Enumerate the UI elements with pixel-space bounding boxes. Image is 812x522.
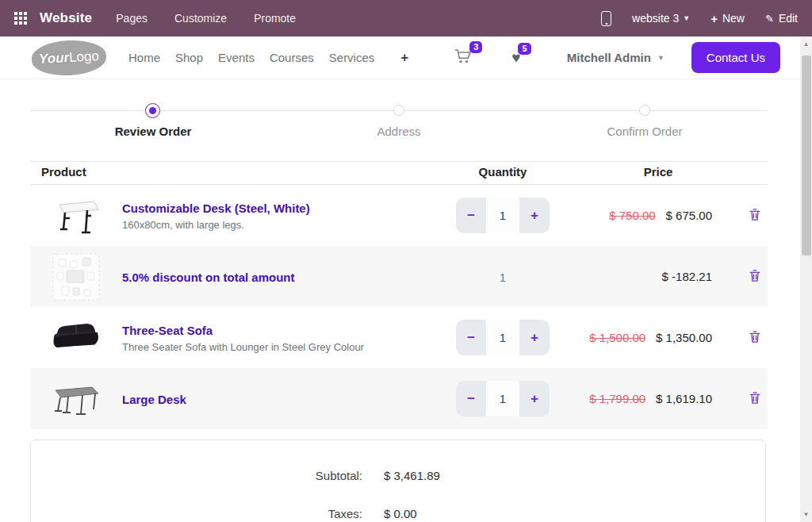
product-thumbnail[interactable] [50, 252, 102, 301]
step-confirm-order[interactable]: Confirm Order [565, 125, 724, 138]
scroll-up-arrow[interactable]: ▲ [800, 40, 812, 48]
quantity-decrease-button[interactable]: − [456, 320, 486, 355]
quantity-stepper: − 1 + [456, 198, 550, 233]
cart-row: Large Desk − 1 + $ 1,799.00$ 1,619.10 [30, 368, 768, 429]
site-nav-links: Home Shop Events Courses Services + [128, 50, 408, 66]
column-header-product: Product [41, 165, 86, 178]
original-price: $ 1,500.00 [589, 331, 645, 344]
remove-item-button[interactable] [748, 267, 762, 286]
plus-icon: + [710, 12, 718, 25]
product-thumbnail[interactable] [50, 191, 102, 240]
cart-button[interactable]: 3 [454, 48, 472, 67]
column-header-quantity: Quantity [423, 165, 582, 178]
product-description: 160x80cm, with large legs. [122, 218, 310, 230]
trash-icon [749, 269, 760, 282]
cart-row: 5.0% discount on total amount 1 $ -182.2… [30, 246, 768, 307]
cart-rows: Customizable Desk (Steel, White) 160x80c… [30, 185, 768, 429]
new-button[interactable]: +New [710, 12, 745, 25]
wishlist-count-badge: 5 [518, 43, 530, 55]
wishlist-button[interactable]: ♥ 5 [511, 50, 520, 66]
pencil-icon: ✎ [765, 13, 774, 25]
cart-row: Three-Seat Sofa Three Seater Sofa with L… [30, 307, 768, 368]
quantity-increase-button[interactable]: + [519, 320, 550, 355]
nav-services[interactable]: Services [329, 51, 375, 64]
chevron-down-icon: ▼ [657, 54, 665, 62]
add-page-icon[interactable]: + [400, 50, 408, 66]
order-summary-box: Subtotal: $ 3,461.89 Taxes: $ 0.00 [30, 439, 766, 522]
edit-button[interactable]: ✎Edit [765, 12, 798, 25]
unit-price: $ 1,350.00 [656, 331, 712, 344]
product-description: Three Seater Sofa with Lounger in Steel … [122, 340, 364, 352]
taxes-value: $ 0.00 [384, 507, 417, 520]
menu-pages[interactable]: Pages [116, 12, 147, 25]
admin-topbar: Website Pages Customize Promote website … [0, 0, 812, 36]
quantity-increase-button[interactable]: + [519, 198, 550, 233]
quantity-stepper: − 1 + [456, 381, 550, 416]
subtotal-value: $ 3,461.89 [384, 469, 440, 482]
nav-home[interactable]: Home [128, 51, 160, 64]
app-title: Website [40, 10, 92, 26]
step-address[interactable]: Address [320, 125, 478, 138]
step-review-order[interactable]: Review Order [74, 125, 232, 138]
step-dot-review-order [145, 103, 160, 118]
remove-item-button[interactable] [748, 206, 762, 225]
quantity-decrease-button[interactable]: − [456, 198, 486, 233]
product-thumbnail[interactable] [50, 374, 102, 423]
quantity-input[interactable]: 1 [486, 320, 519, 355]
menu-promote[interactable]: Promote [254, 12, 296, 25]
nav-events[interactable]: Events [218, 51, 255, 64]
menu-customize[interactable]: Customize [174, 12, 227, 25]
product-thumbnail[interactable] [50, 313, 102, 362]
trash-icon [749, 330, 760, 343]
scroll-down-arrow[interactable]: ▼ [800, 511, 812, 518]
contact-us-button[interactable]: Contact Us [691, 42, 780, 73]
apps-grid-icon[interactable] [14, 12, 27, 25]
remove-item-button[interactable] [748, 328, 762, 347]
unit-price: $ 1,619.10 [656, 392, 712, 405]
original-price: $ 1,799.00 [589, 392, 645, 405]
user-menu[interactable]: Mitchell Admin ▼ [567, 51, 665, 64]
product-name-link[interactable]: Large Desk [122, 392, 186, 405]
quantity-value: 1 [423, 270, 582, 283]
product-name-link[interactable]: Three-Seat Sofa [122, 323, 364, 336]
unit-price: $ -182.21 [662, 270, 712, 283]
nav-shop[interactable]: Shop [175, 51, 203, 64]
website-selector[interactable]: website 3▼ [632, 12, 690, 25]
site-navbar: YourLogo Home Shop Events Courses Servic… [0, 36, 812, 79]
quantity-input[interactable]: 1 [486, 381, 519, 416]
trash-icon [749, 391, 760, 404]
mobile-preview-icon[interactable] [601, 11, 611, 26]
quantity-decrease-button[interactable]: − [456, 381, 486, 416]
admin-menu: Pages Customize Promote [116, 12, 296, 25]
cart-row: Customizable Desk (Steel, White) 160x80c… [30, 185, 768, 246]
site-logo[interactable]: YourLogo [31, 38, 107, 77]
nav-courses[interactable]: Courses [270, 51, 314, 64]
website-selector-label: website 3 [632, 12, 679, 25]
subtotal-label: Subtotal: [204, 469, 362, 482]
unit-price: $ 675.00 [666, 209, 712, 222]
step-dot-address [393, 105, 404, 116]
page-scrollbar[interactable]: ▲ ▼ [800, 36, 812, 522]
product-name-link[interactable]: 5.0% discount on total amount [122, 270, 295, 283]
cart-count-badge: 3 [469, 41, 482, 53]
column-header-price: Price [579, 165, 737, 178]
quantity-increase-button[interactable]: + [519, 381, 550, 416]
chevron-down-icon: ▼ [683, 14, 690, 22]
step-dot-confirm-order [639, 105, 650, 116]
remove-item-button[interactable] [748, 390, 762, 408]
trash-icon [749, 208, 760, 221]
user-name: Mitchell Admin [567, 51, 651, 64]
taxes-label: Taxes: [204, 507, 362, 520]
original-price: $ 750.00 [609, 209, 655, 222]
quantity-input[interactable]: 1 [486, 198, 519, 233]
table-top-border [30, 161, 768, 162]
scrollbar-thumb[interactable] [802, 56, 811, 255]
product-name-link[interactable]: Customizable Desk (Steel, White) [122, 201, 310, 214]
quantity-stepper: − 1 + [456, 320, 550, 355]
